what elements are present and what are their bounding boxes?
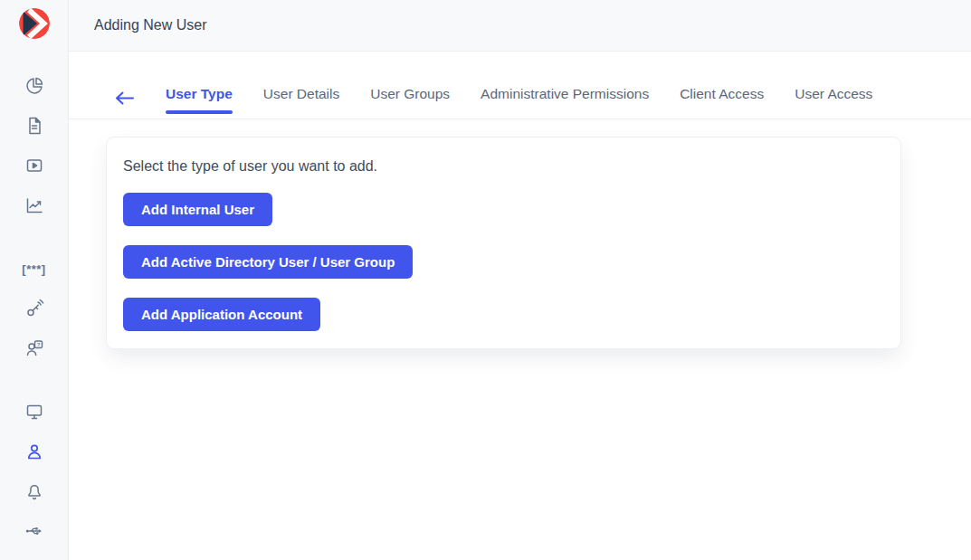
pie-chart-icon[interactable] (23, 75, 46, 97)
tab-user-details[interactable]: User Details (263, 86, 339, 119)
back-button[interactable] (114, 90, 135, 106)
user-type-card: Select the type of user you want to add.… (106, 137, 901, 349)
bell-icon[interactable] (23, 480, 46, 502)
video-play-icon[interactable] (23, 155, 46, 176)
user-question-icon[interactable]: ? (23, 337, 46, 359)
main-column: Adding New User User Type User Details U… (69, 0, 971, 560)
trend-chart-icon[interactable] (23, 195, 46, 216)
usb-icon[interactable] (23, 520, 46, 542)
user-icon[interactable] (23, 441, 46, 462)
content-area: Select the type of user you want to add.… (69, 119, 971, 560)
monitor-icon[interactable] (23, 401, 46, 422)
tab-user-type[interactable]: User Type (166, 86, 233, 119)
add-application-account-button[interactable]: Add Application Account (123, 298, 320, 331)
brand-logo-icon (18, 7, 51, 40)
password-brackets-icon[interactable]: [***] (23, 258, 46, 280)
tab-client-access[interactable]: Client Access (680, 86, 764, 119)
wizard-tabbar: User Type User Details User Groups Admin… (69, 52, 971, 119)
tab-administrative-permissions[interactable]: Administrative Permissions (481, 86, 649, 119)
brand-logo[interactable] (0, 0, 68, 43)
tab-user-groups[interactable]: User Groups (370, 86, 450, 119)
add-internal-user-button[interactable]: Add Internal User (123, 193, 272, 226)
svg-text:?: ? (36, 342, 40, 347)
sidebar: [***] ? (0, 0, 69, 560)
password-brackets-glyph: [***] (22, 262, 45, 276)
arrow-left-icon (114, 90, 135, 106)
key-signal-icon[interactable] (23, 298, 46, 319)
add-active-directory-user-button[interactable]: Add Active Directory User / User Group (123, 245, 413, 279)
user-type-prompt: Select the type of user you want to add. (123, 158, 882, 175)
page-header: Adding New User (69, 0, 971, 52)
sidebar-nav: [***] ? (23, 43, 46, 560)
wizard-tabs: User Type User Details User Groups Admin… (166, 86, 872, 119)
page-title: Adding New User (94, 17, 207, 33)
document-icon[interactable] (23, 115, 46, 137)
tab-user-access[interactable]: User Access (795, 86, 872, 119)
